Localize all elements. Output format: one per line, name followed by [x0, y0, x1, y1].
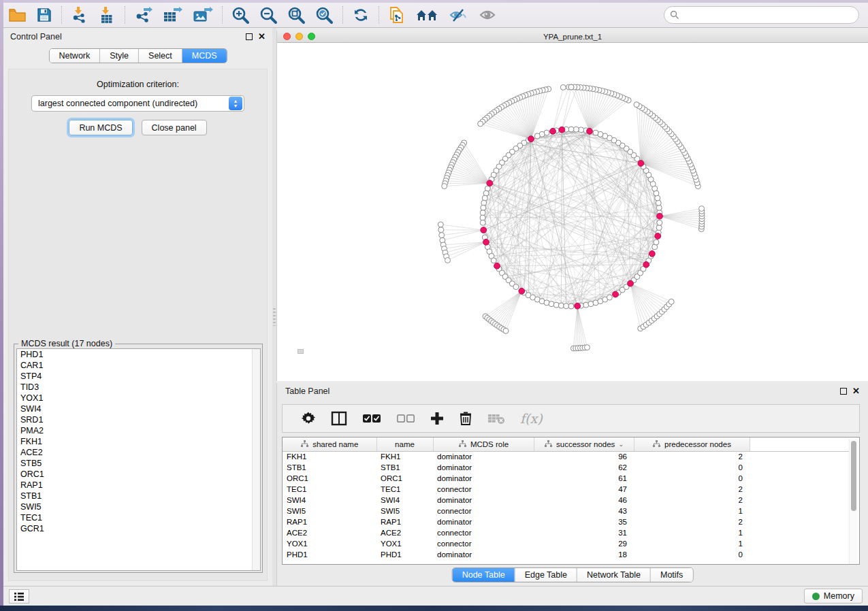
column-header-shared-name[interactable]: shared name	[283, 437, 376, 451]
mcds-result-item[interactable]: CAR1	[17, 360, 260, 371]
export-image-button[interactable]	[188, 5, 218, 25]
select-all-button[interactable]	[355, 407, 389, 430]
memory-button[interactable]: Memory	[804, 589, 863, 604]
table-row[interactable]: ORC1ORC1dominator610	[283, 473, 851, 484]
criterion-select[interactable]: largest connected component (undirected)…	[31, 95, 244, 112]
mcds-result-item[interactable]: PHD1	[17, 349, 260, 360]
graph-node[interactable]	[480, 215, 485, 220]
close-panel-icon[interactable]: ✕	[258, 33, 266, 40]
close-table-panel-icon[interactable]: ✕	[852, 388, 860, 395]
graph-leaf-node[interactable]	[439, 233, 445, 238]
deselect-all-button[interactable]	[389, 407, 423, 430]
graph-node[interactable]	[568, 127, 574, 132]
mcds-result-item[interactable]: SRD1	[17, 414, 260, 425]
graph-node[interactable]	[607, 295, 612, 300]
graph-leaf-node[interactable]	[699, 206, 705, 212]
graph-leaf-node[interactable]	[442, 184, 447, 189]
table-row[interactable]: PHD1PHD1dominator180	[283, 549, 851, 560]
graph-mcds-node[interactable]	[628, 280, 634, 286]
clone-network-button[interactable]	[383, 5, 411, 25]
graph-mcds-node[interactable]	[559, 127, 565, 133]
graph-leaf-node[interactable]	[445, 258, 451, 263]
table-scrollbar-thumb[interactable]	[851, 441, 856, 511]
result-scrollbar[interactable]	[252, 349, 260, 570]
mcds-result-list[interactable]: PHD1CAR1STP4TID3YOX1SWI4SRD1PMA2FKH1ACE2…	[16, 348, 261, 571]
graph-leaf-node[interactable]	[438, 227, 444, 233]
tab-mcds[interactable]: MCDS	[182, 49, 227, 63]
first-neighbors-button[interactable]	[411, 5, 443, 25]
graph-node[interactable]	[480, 210, 485, 216]
graph-node[interactable]	[568, 303, 574, 309]
graph-mcds-node[interactable]	[649, 251, 655, 257]
table-row[interactable]: SWI4SWI4dominator462	[283, 495, 851, 506]
refresh-button[interactable]	[347, 5, 374, 25]
table-splitter-grip[interactable]	[298, 349, 304, 354]
graph-node[interactable]	[534, 133, 540, 139]
graph-mcds-node[interactable]	[528, 136, 534, 142]
mcds-result-item[interactable]: YOX1	[17, 393, 260, 403]
graph-leaf-node[interactable]	[669, 299, 674, 304]
graph-mcds-node[interactable]	[487, 180, 493, 186]
graph-mcds-node[interactable]	[643, 262, 649, 268]
table-row[interactable]: RAP1RAP1dominator352	[283, 516, 851, 527]
show-all-button[interactable]	[473, 5, 503, 25]
graph-leaf-node[interactable]	[568, 84, 574, 90]
mcds-result-item[interactable]: TID3	[17, 382, 260, 393]
export-table-button[interactable]	[158, 5, 188, 25]
delete-columns-button[interactable]	[451, 407, 480, 430]
column-header-name[interactable]: name	[376, 437, 433, 451]
toggle-column-view-button[interactable]	[323, 407, 355, 430]
mcds-result-item[interactable]: SWI4	[17, 403, 260, 414]
graph-mcds-node[interactable]	[655, 233, 661, 240]
graph-mcds-node[interactable]	[638, 161, 644, 167]
table-row[interactable]: TEC1TEC1connector472	[283, 484, 851, 495]
export-network-button[interactable]	[129, 5, 158, 25]
graph-node[interactable]	[564, 303, 569, 309]
graph-mcds-node[interactable]	[613, 291, 619, 297]
graph-mcds-node[interactable]	[550, 128, 556, 134]
table-row[interactable]: STB1STB1dominator620	[283, 462, 851, 473]
mcds-result-item[interactable]: ACE2	[17, 447, 260, 458]
tab-select[interactable]: Select	[138, 49, 182, 63]
save-button[interactable]	[31, 5, 57, 25]
graph-node[interactable]	[558, 303, 564, 308]
tab-network[interactable]: Network	[49, 49, 99, 63]
zoom-fit-button[interactable]	[283, 5, 310, 25]
column-header-predecessor-nodes[interactable]: predecessor nodes	[634, 437, 750, 451]
network-window-titlebar[interactable]: YPA_prune.txt_1	[277, 31, 868, 43]
import-network-button[interactable]	[66, 5, 93, 25]
tab-network-table[interactable]: Network Table	[577, 568, 650, 582]
graph-mcds-node[interactable]	[481, 227, 487, 233]
run-mcds-button[interactable]: Run MCDS	[69, 120, 132, 135]
float-panel-icon[interactable]	[246, 33, 253, 40]
graph-node[interactable]	[654, 240, 659, 245]
graph-mcds-node[interactable]	[483, 239, 489, 245]
tab-style[interactable]: Style	[99, 49, 138, 63]
open-button[interactable]	[3, 5, 31, 25]
table-row[interactable]: FKH1FKH1dominator962	[283, 451, 851, 462]
import-table-button[interactable]	[93, 5, 120, 25]
graph-leaf-node[interactable]	[503, 328, 509, 333]
mcds-result-item[interactable]: GCR1	[17, 523, 260, 534]
mcds-result-item[interactable]: PMA2	[17, 425, 260, 436]
network-canvas[interactable]	[277, 43, 868, 381]
graph-node[interactable]	[573, 127, 579, 132]
mcds-result-item[interactable]: ORC1	[17, 469, 260, 480]
graph-node[interactable]	[593, 130, 598, 135]
table-row[interactable]: SWI5SWI5connector431	[283, 506, 851, 516]
table-row[interactable]: ACE2ACE2connector311	[283, 527, 851, 538]
graph-mcds-node[interactable]	[519, 288, 525, 294]
graph-leaf-node[interactable]	[634, 102, 639, 108]
graph-leaf-node[interactable]	[478, 121, 483, 127]
mcds-result-item[interactable]: STP4	[17, 371, 260, 382]
automation-panel-button[interactable]	[9, 589, 29, 604]
tab-edge-table[interactable]: Edge Table	[515, 568, 577, 582]
graph-node[interactable]	[657, 220, 662, 225]
table-settings-button[interactable]	[293, 407, 323, 430]
tab-motifs[interactable]: Motifs	[650, 568, 692, 582]
graph-leaf-node[interactable]	[560, 84, 566, 90]
search-input[interactable]	[683, 10, 853, 20]
graph-node[interactable]	[481, 205, 486, 210]
mcds-result-item[interactable]: STB1	[17, 491, 260, 501]
graph-node[interactable]	[513, 284, 519, 290]
